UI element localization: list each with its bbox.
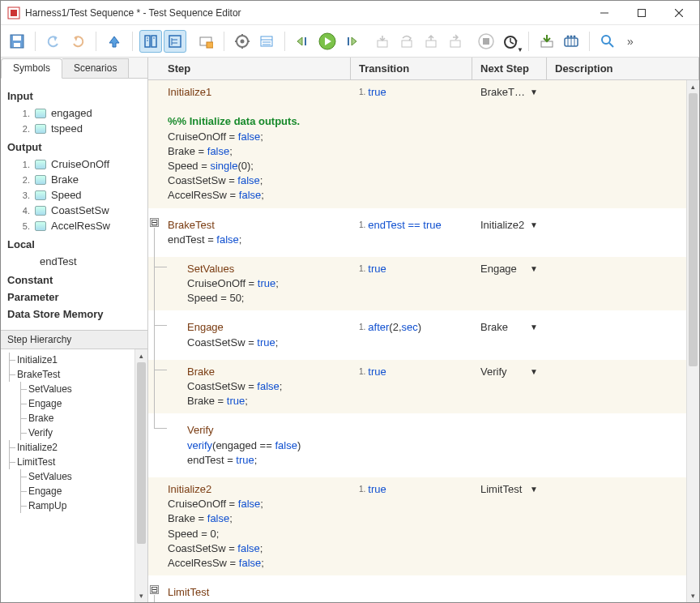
step-description[interactable] — [547, 213, 686, 252]
export-button[interactable] — [536, 30, 558, 53]
stop-button[interactable] — [475, 30, 497, 53]
settings-button[interactable] — [231, 30, 254, 53]
hierarchy-item[interactable]: SetValues — [1, 382, 134, 396]
table-row[interactable]: SetValues CruiseOnOff = true;Speed = 50;… — [148, 257, 686, 316]
svg-point-45 — [567, 35, 570, 37]
step-out-button[interactable] — [420, 30, 442, 53]
svg-rect-35 — [426, 41, 436, 47]
search-button[interactable] — [596, 30, 619, 53]
symbol-item[interactable]: 3.Speed — [7, 187, 141, 203]
step-description[interactable] — [547, 360, 686, 414]
hierarchy-item[interactable]: Engage — [1, 396, 134, 411]
transition-expr[interactable]: true — [368, 482, 386, 571]
step-code[interactable]: CruiseOnOff = true;Speed = 50; — [187, 276, 342, 306]
step-description[interactable] — [547, 477, 686, 575]
symbols-panel-toggle[interactable] — [139, 30, 162, 53]
col-step[interactable]: Step — [148, 58, 351, 79]
model-explorer-button[interactable] — [194, 30, 217, 53]
display-button[interactable] — [560, 30, 583, 53]
transition-expr[interactable]: true — [368, 262, 386, 306]
next-step-dropdown[interactable]: ▼ — [530, 320, 538, 333]
table-row[interactable]: Brake CoastSetSw = false;Brake = true; 1… — [148, 360, 686, 419]
toolbar-overflow[interactable]: » — [621, 35, 640, 48]
step-code[interactable]: endTest = false; — [168, 233, 342, 247]
next-step-dropdown[interactable]: ▼ — [530, 482, 538, 495]
col-transition[interactable]: Transition — [351, 58, 472, 79]
next-step-dropdown[interactable]: ▼ — [530, 218, 538, 231]
symbol-item[interactable]: 2.Brake — [7, 172, 141, 187]
hierarchy-scrollbar[interactable]: ▴▾ — [134, 349, 147, 602]
hierarchy-item[interactable]: Brake — [1, 411, 134, 426]
left-tabs: Symbols Scenarios — [1, 58, 147, 79]
continue-button[interactable] — [444, 30, 467, 53]
transition-expr[interactable]: true — [368, 85, 386, 203]
expand-toggle[interactable]: ⊟ — [150, 585, 159, 594]
step-code[interactable]: CoastSetSw = true; — [187, 336, 342, 350]
step-over-button[interactable] — [395, 30, 418, 53]
properties-button[interactable] — [255, 30, 278, 53]
hierarchy-item[interactable]: Initialize2 — [1, 440, 134, 455]
table-row[interactable]: ⊟ BrakeTest endTest = false; 1.endTest =… — [148, 213, 686, 257]
step-description[interactable] — [547, 257, 686, 311]
hierarchy-item[interactable]: SetValues — [1, 469, 134, 484]
svg-point-46 — [570, 35, 573, 37]
hierarchy-item[interactable]: LimitTest — [1, 455, 134, 469]
step-code[interactable]: verify(engaged == false)endTest = true; — [187, 438, 342, 468]
col-description[interactable]: Description — [547, 58, 699, 79]
data-icon — [35, 124, 46, 134]
next-step-dropdown[interactable]: ▼ — [530, 262, 538, 275]
group-parameter: Parameter — [7, 291, 141, 303]
tab-scenarios[interactable]: Scenarios — [62, 58, 129, 79]
step-forward-button[interactable] — [340, 30, 363, 53]
next-step-dropdown[interactable]: ▼ — [530, 365, 538, 378]
transition-expr[interactable]: endTest == true — [368, 218, 441, 247]
symbol-item[interactable]: 1.engaged — [7, 105, 141, 121]
table-row[interactable]: Engage CoastSetSw = true; 1.after(2,sec)… — [148, 315, 686, 359]
pacing-button[interactable]: ▼ — [499, 30, 522, 53]
step-description[interactable] — [547, 315, 686, 354]
step-table: Step Transition Next Step Description In… — [148, 58, 699, 602]
step-code[interactable]: CoastSetSw = false;Brake = true; — [187, 379, 342, 408]
step-in-button[interactable] — [371, 30, 394, 53]
transition-expr[interactable]: true — [368, 365, 386, 409]
hierarchy-item[interactable]: Engage — [1, 484, 134, 498]
undo-button[interactable] — [42, 30, 65, 53]
expand-toggle[interactable]: ⊟ — [150, 218, 159, 227]
step-back-button[interactable] — [292, 30, 314, 53]
symbol-name: Brake — [51, 173, 79, 186]
symbol-item[interactable]: 2.tspeed — [7, 121, 141, 136]
step-code[interactable]: %% Initialize data outputs.CruiseOnOff =… — [168, 100, 342, 203]
redo-button[interactable] — [66, 30, 89, 53]
save-button[interactable] — [6, 30, 28, 53]
symbol-item[interactable]: 1.CruiseOnOff — [7, 156, 141, 172]
hierarchy-item[interactable]: Initialize1 — [1, 353, 134, 367]
transition-expr[interactable]: after(2,sec) — [368, 320, 421, 349]
tab-symbols[interactable]: Symbols — [1, 58, 62, 79]
step-description[interactable] — [547, 80, 686, 208]
minimize-button[interactable] — [586, 2, 623, 24]
hierarchy-item[interactable]: BrakeTest — [1, 367, 134, 382]
nav-up-button[interactable] — [103, 30, 126, 53]
hierarchy-panel-toggle[interactable] — [164, 30, 186, 53]
table-row[interactable]: ⊟ LimitTest — [148, 580, 686, 602]
symbol-item[interactable]: 5.AccelResSw — [7, 218, 141, 233]
close-button[interactable] — [660, 2, 698, 24]
table-scrollbar[interactable]: ▴▾ — [686, 80, 699, 602]
symbol-item[interactable]: endTest — [7, 254, 141, 269]
step-code[interactable]: CruiseOnOff = false;Brake = false;Speed … — [168, 497, 342, 571]
next-step-value: Brake — [480, 320, 525, 335]
symbol-item[interactable]: 4.CoastSetSw — [7, 203, 141, 218]
table-row[interactable]: Initialize1 %% Initialize data outputs.C… — [148, 80, 686, 213]
next-step-dropdown[interactable]: ▼ — [530, 85, 538, 98]
run-button[interactable] — [316, 30, 339, 53]
group-output: Output — [7, 141, 141, 153]
table-row[interactable]: Initialize2 CruiseOnOff = false;Brake = … — [148, 477, 686, 580]
step-description[interactable] — [547, 418, 686, 473]
hierarchy-item[interactable]: Verify — [1, 426, 134, 440]
step-description[interactable] — [547, 580, 686, 602]
maximize-button[interactable] — [623, 2, 660, 24]
col-next[interactable]: Next Step — [472, 58, 547, 79]
toolbar: ▼ » — [1, 25, 699, 58]
hierarchy-item[interactable]: RampUp — [1, 498, 134, 513]
table-row[interactable]: Verify verify(engaged == false)endTest =… — [148, 418, 686, 477]
